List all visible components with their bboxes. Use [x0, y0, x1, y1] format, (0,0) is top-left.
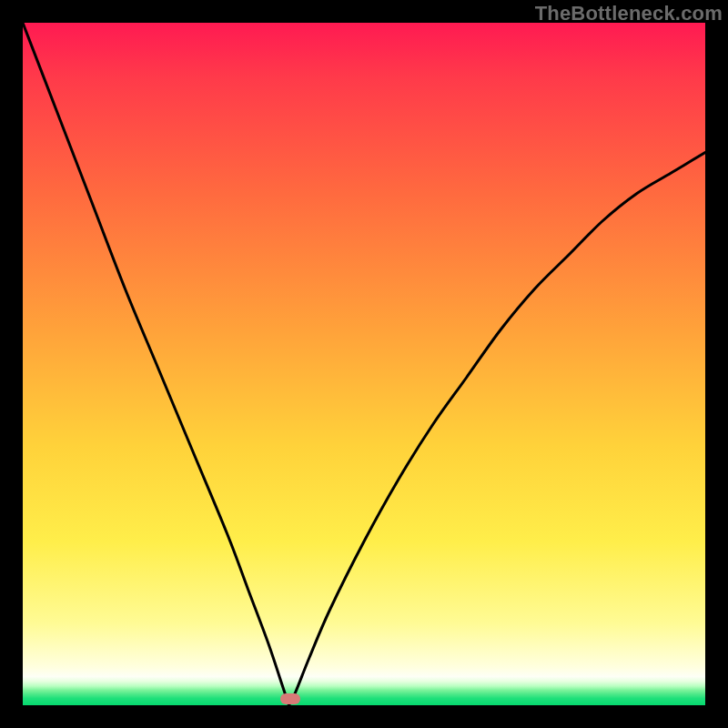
- chart-frame: TheBottleneck.com: [0, 0, 728, 728]
- bottleneck-curve: [23, 23, 705, 705]
- minimum-marker: [280, 693, 300, 704]
- watermark-text: TheBottleneck.com: [535, 2, 723, 25]
- plot-area: [23, 23, 705, 705]
